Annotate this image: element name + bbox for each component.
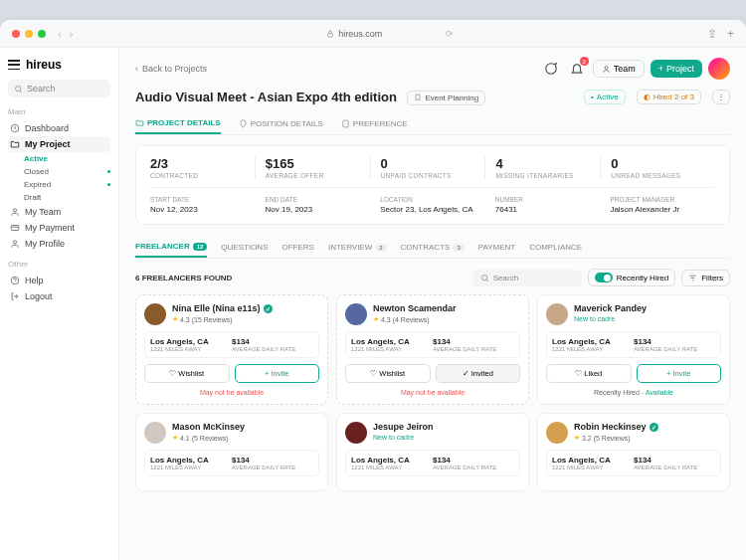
filters-button[interactable]: Filters <box>681 270 730 286</box>
subtab-freelancer[interactable]: FREELANCER12 <box>135 237 207 258</box>
rating: ★4.3 (15 Reviews) <box>172 315 273 323</box>
nav-dashboard[interactable]: Dashboard <box>8 120 110 136</box>
invited-button[interactable]: ✓ Invited <box>436 364 521 383</box>
liked-button[interactable]: ♡ Liked <box>546 364 632 383</box>
wishlist-button[interactable]: ♡ Wishlist <box>345 364 431 383</box>
nav-label: My Profile <box>25 239 65 249</box>
freelancer-name: Jesupe Jeiron <box>373 422 434 432</box>
nav-logout[interactable]: Logout <box>8 288 110 304</box>
freelancer-card[interactable]: Newton Scamendar ★4.3 (4 Reviews) Los An… <box>336 294 529 405</box>
list-search[interactable]: Search <box>472 270 582 286</box>
card-icon <box>10 223 20 233</box>
new-badge: New to cadre <box>373 434 434 441</box>
nav-my-payment[interactable]: My Payment <box>8 220 110 236</box>
tab-position-details[interactable]: POSITION DETAILS <box>239 113 323 134</box>
svg-rect-4 <box>11 226 19 231</box>
sidebar-search[interactable]: Search <box>8 80 110 97</box>
avatar <box>345 303 367 325</box>
back-link[interactable]: ‹Back to Projects <box>135 64 207 74</box>
user-icon <box>10 207 20 217</box>
nav-help[interactable]: Help <box>8 273 110 288</box>
back-arrow-icon[interactable]: ‹ <box>58 28 62 40</box>
invite-button[interactable]: + Invite <box>235 364 320 383</box>
invite-button[interactable]: + Invite <box>637 364 722 383</box>
dot-icon <box>107 183 110 186</box>
minimize-window-icon[interactable] <box>25 30 33 38</box>
freelancer-card[interactable]: Maverick Pandey New to cadre Los Angels,… <box>537 294 730 405</box>
subtab-interview[interactable]: INTERVIEW2 <box>328 237 387 258</box>
wishlist-button[interactable]: ♡ Wishlist <box>144 364 230 383</box>
brand-text: hireus <box>26 58 62 72</box>
sub-expired[interactable]: Expired <box>8 178 110 191</box>
stat-value: 2/3 <box>150 156 245 171</box>
new-tab-icon[interactable]: + <box>727 27 734 41</box>
more-menu-icon[interactable]: ⋮ <box>712 90 730 104</box>
close-window-icon[interactable] <box>12 30 20 38</box>
subtab-payment[interactable]: PAYMENT <box>478 237 515 258</box>
stat-item: 2/3CONTRACTED <box>150 156 256 179</box>
sub-draft[interactable]: Draft <box>8 191 110 204</box>
freelancer-card[interactable]: Jesupe Jeiron New to cadre Los Angels, C… <box>336 413 529 491</box>
avatar <box>345 422 367 444</box>
sub-active[interactable]: Active <box>8 152 110 165</box>
refresh-icon[interactable]: ⟳ <box>446 29 454 39</box>
chat-icon[interactable] <box>541 59 561 79</box>
stat-value: 0 <box>611 156 705 171</box>
tab-preference[interactable]: PREFERENCE <box>341 113 408 134</box>
freelancer-card[interactable]: Robin Heckinsey ✓★3.2 (5 Reviews) Los An… <box>537 413 730 491</box>
profile-icon <box>10 239 20 249</box>
star-icon: ★ <box>172 434 178 442</box>
category-chip[interactable]: Event Planning <box>407 91 485 105</box>
new-project-button[interactable]: +Project <box>651 60 702 78</box>
notification-icon[interactable]: 2 <box>567 59 587 79</box>
detail-item: PROJECT MANAGERJaison Alexander Jr <box>600 196 715 214</box>
recently-hired-toggle[interactable]: Recently Hired <box>588 269 675 286</box>
help-icon <box>10 276 20 285</box>
detail-item: NUMBER76431 <box>485 196 601 214</box>
bookmark-icon <box>414 93 422 101</box>
rate-label: AVERAGE DAILY RATE <box>232 465 313 470</box>
freelancer-card[interactable]: Nina Elle (Nina e11s) ✓★4.3 (15 Reviews)… <box>135 294 328 405</box>
team-button[interactable]: Team <box>593 60 645 78</box>
detail-label: NUMBER <box>495 196 591 203</box>
distance: 1221 MILES AWAY <box>150 465 232 470</box>
freelancer-info: Los Angels, CA1221 MILES AWAY$134AVERAGE… <box>546 450 721 476</box>
search-icon <box>14 85 23 93</box>
nav-my-profile[interactable]: My Profile <box>8 236 110 252</box>
nav-my-project[interactable]: My Project <box>8 136 110 152</box>
section-main: Main <box>8 107 110 116</box>
sub-closed[interactable]: Closed <box>8 165 110 178</box>
maximize-window-icon[interactable] <box>38 30 46 38</box>
subtab-compliance[interactable]: COMPLIANCE <box>529 237 582 258</box>
share-icon[interactable]: ⇪ <box>707 27 717 41</box>
url-text: hireus.com <box>338 29 382 39</box>
rating: ★4.1 (5 Reviews) <box>172 434 245 442</box>
nav-arrows: ‹ › <box>58 28 73 40</box>
stat-label: CONTRACTED <box>150 172 245 179</box>
nav-label: Logout <box>25 291 53 301</box>
freelancer-info: Los Angels, CA1221 MILES AWAY$134AVERAGE… <box>144 450 319 476</box>
rate-label: AVERAGE DAILY RATE <box>634 465 715 470</box>
subtab-contracts[interactable]: CONTRACTS3 <box>401 237 465 258</box>
user-avatar[interactable] <box>708 58 730 80</box>
subtab-questions[interactable]: QUESTIONS <box>221 237 268 258</box>
freelancer-tabs: FREELANCER12 QUESTIONS OFFERS INTERVIEW2… <box>135 237 730 259</box>
detail-label: START DATE <box>150 196 246 203</box>
location: Los Angels, CA <box>351 456 433 465</box>
subtab-offers[interactable]: OFFERS <box>281 237 313 258</box>
verified-icon: ✓ <box>650 423 658 432</box>
location: Los Angels, CA <box>552 456 634 465</box>
nav-my-team[interactable]: My Team <box>8 204 110 220</box>
menu-icon[interactable] <box>8 60 20 70</box>
tab-project-details[interactable]: PROJECT DETAILS <box>135 113 221 134</box>
freelancer-name: Nina Elle (Nina e11s) ✓ <box>172 303 273 313</box>
availability-status: Recenlty Hired - Available <box>546 389 721 396</box>
dashboard-icon <box>10 123 20 133</box>
brand: hireus <box>8 58 110 72</box>
svg-point-1 <box>16 86 21 91</box>
url-bar[interactable]: hireus.com ⟳ <box>73 29 707 39</box>
freelancer-card[interactable]: Mason McKinsey ★4.1 (5 Reviews) Los Ange… <box>135 413 328 491</box>
rate-label: AVERAGE DAILY RATE <box>232 346 313 352</box>
stat-item: 0UNREAD MESSAGES <box>601 156 715 179</box>
rate: $134 <box>232 456 313 465</box>
